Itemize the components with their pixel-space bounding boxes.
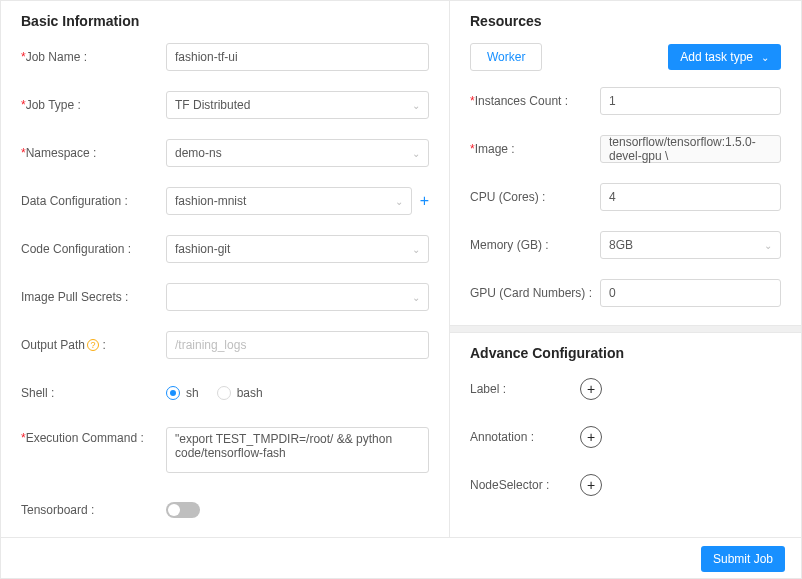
chevron-down-icon: ⌄	[412, 148, 420, 159]
shell-bash-radio[interactable]: bash	[217, 386, 263, 400]
namespace-label: Namespace :	[21, 146, 166, 160]
chevron-down-icon: ⌄	[412, 100, 420, 111]
exec-cmd-textarea[interactable]	[166, 427, 429, 473]
instances-label: Instances Count :	[470, 94, 600, 108]
radio-off-icon	[217, 386, 231, 400]
pull-secrets-select[interactable]: ⌄	[166, 283, 429, 311]
chevron-down-icon: ⌄	[764, 240, 772, 251]
image-label: Image :	[470, 142, 600, 156]
gpu-input[interactable]	[600, 279, 781, 307]
radio-on-icon	[166, 386, 180, 400]
add-annotation-button[interactable]: +	[580, 426, 602, 448]
output-path-label: Output Path ? :	[21, 338, 166, 352]
shell-bash-text: bash	[237, 386, 263, 400]
data-config-label: Data Configuration :	[21, 194, 166, 208]
shell-sh-text: sh	[186, 386, 199, 400]
image-select[interactable]: tensorflow/tensorflow:1.5.0-devel-gpu \	[600, 135, 781, 163]
chevron-down-icon: ⌄	[412, 292, 420, 303]
data-config-select[interactable]: fashion-mnist ⌄	[166, 187, 412, 215]
namespace-select[interactable]: demo-ns ⌄	[166, 139, 429, 167]
memory-select[interactable]: 8GB ⌄	[600, 231, 781, 259]
memory-value: 8GB	[609, 238, 633, 252]
shell-label: Shell :	[21, 386, 166, 400]
instances-input[interactable]	[600, 87, 781, 115]
memory-label: Memory (GB) :	[470, 238, 600, 252]
tensorboard-toggle[interactable]	[166, 502, 200, 518]
exec-cmd-label: Execution Command :	[21, 427, 166, 445]
annotation-label: Annotation :	[470, 430, 580, 444]
add-task-type-label: Add task type	[680, 50, 753, 64]
image-value: tensorflow/tensorflow:1.5.0-devel-gpu \	[609, 135, 772, 163]
resources-title: Resources	[470, 13, 781, 29]
label-label: Label :	[470, 382, 580, 396]
code-config-label: Code Configuration :	[21, 242, 166, 256]
code-config-value: fashion-git	[175, 242, 230, 256]
tab-worker[interactable]: Worker	[470, 43, 542, 71]
pull-secrets-label: Image Pull Secrets :	[21, 290, 166, 304]
namespace-value: demo-ns	[175, 146, 222, 160]
basic-info-title: Basic Information	[21, 13, 429, 29]
job-type-select[interactable]: TF Distributed ⌄	[166, 91, 429, 119]
add-nodeselector-button[interactable]: +	[580, 474, 602, 496]
cpu-input[interactable]	[600, 183, 781, 211]
chevron-down-icon: ⌄	[412, 244, 420, 255]
submit-job-button[interactable]: Submit Job	[701, 546, 785, 572]
nodeselector-label: NodeSelector :	[470, 478, 580, 492]
add-data-config-icon[interactable]: +	[420, 192, 429, 210]
advance-title: Advance Configuration	[470, 345, 781, 361]
output-path-input[interactable]	[166, 331, 429, 359]
chevron-down-icon: ⌄	[761, 52, 769, 63]
help-icon[interactable]: ?	[87, 339, 99, 351]
gpu-label: GPU (Card Numbers) :	[470, 286, 600, 300]
shell-sh-radio[interactable]: sh	[166, 386, 199, 400]
tensorboard-label: Tensorboard :	[21, 503, 166, 517]
data-config-value: fashion-mnist	[175, 194, 246, 208]
job-name-label: Job Name :	[21, 50, 166, 64]
cpu-label: CPU (Cores) :	[470, 190, 600, 204]
chevron-down-icon: ⌄	[395, 196, 403, 207]
job-type-value: TF Distributed	[175, 98, 250, 112]
job-name-input[interactable]	[166, 43, 429, 71]
add-task-type-button[interactable]: Add task type ⌄	[668, 44, 781, 70]
section-divider	[450, 325, 801, 333]
add-label-button[interactable]: +	[580, 378, 602, 400]
job-type-label: Job Type :	[21, 98, 166, 112]
code-config-select[interactable]: fashion-git ⌄	[166, 235, 429, 263]
